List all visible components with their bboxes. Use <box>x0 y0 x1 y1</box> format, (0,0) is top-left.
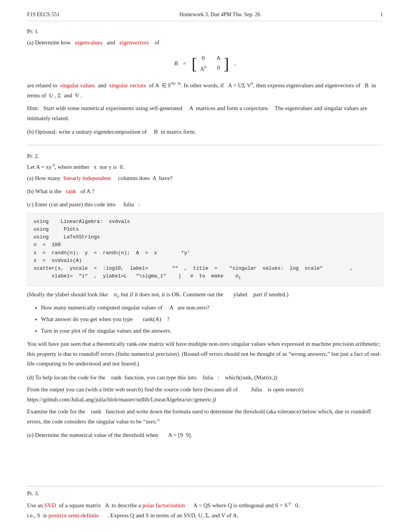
page: F19 EECS 551 Homework 3, Due 4PM Thu. Se… <box>0 0 410 532</box>
pr1-part-a: (a) Determine how eigenvalues and eigenv… <box>27 38 383 123</box>
eigenvectors-text: eigenvectors <box>120 39 149 46</box>
cell-10: A0 <box>198 64 208 73</box>
pr1-part-b: (b) Optional: write a unitary eigendecom… <box>27 127 383 136</box>
positive-semi-definite: positive semi-definite <box>48 512 98 518</box>
pr2-label: Pr. 2. <box>27 153 383 160</box>
code-line-6: s = svdvals(A) <box>34 257 376 265</box>
pr2-intro: Let A = xy 0, where neither x nor y is 0… <box>27 163 383 170</box>
code-line-2: using Plots <box>34 226 376 233</box>
problem-1: Pr. 1. (a) Determine how eigenvalues and… <box>27 28 383 136</box>
pr1-part-b-text: (b) Optional: write a unitary eigendecom… <box>27 127 383 136</box>
pr2-part-d-line1: (d) To help locate the code for the rank… <box>27 373 383 383</box>
pr2-part-e-text: (e) Determine the numerical value of the… <box>27 430 383 440</box>
singular-values: singular values <box>60 82 95 88</box>
page-header: F19 EECS 551 Homework 3, Due 4PM Thu. Se… <box>27 12 383 21</box>
pr3-label: Pr. 3. <box>27 490 383 497</box>
pr2-part-e: (e) Determine the numerical value of the… <box>27 430 383 440</box>
part-a-label: (a) Determine how <box>27 39 74 46</box>
pr1-hint: Hint: Start with some numerical experime… <box>27 104 383 123</box>
pr2-part-d-line2: From the output you can (with a little w… <box>27 385 383 405</box>
pr2-part-c: (c) Enter (cut and paste) this code into… <box>27 200 383 369</box>
problem-2: Pr. 2. Let A = xy 0, where neither x nor… <box>27 153 383 440</box>
cell-01: A <box>215 54 222 62</box>
of-text: of <box>150 39 159 46</box>
code-line-5: x = randn(n); y = randn(n); A = x *y’ <box>34 249 376 257</box>
matrix-B: B <box>174 60 178 67</box>
pr2-part-a: (a) How many linearly independent column… <box>27 173 383 183</box>
cell-11: 0 <box>215 64 222 73</box>
cell-00: 0 <box>198 54 208 62</box>
matrix-bracket: [ 0 A A0 0 ] <box>191 54 229 73</box>
matrix-comma: , <box>233 60 236 67</box>
matrix-eq-wrapper: B = [ 0 A A0 0 ] , <box>174 54 236 73</box>
header-right: 1 <box>380 12 383 18</box>
linearly-independent: linearly independent <box>63 175 111 181</box>
header-left: F19 EECS 551 <box>27 12 59 18</box>
code-line-8: xlabel= "i" , ylabel=L "\sigma_i" ) # to… <box>34 272 376 281</box>
divider-1 <box>27 145 383 145</box>
svd-text: SVD <box>44 502 56 508</box>
singular-vectors: singular vectors <box>109 82 146 88</box>
pr1-label: Pr. 1. <box>27 28 383 35</box>
pr3-line2: i.e., S is positive semi-definite . Expr… <box>27 511 383 521</box>
code-block: using LinearAlgebra: svdvals using Plots… <box>27 213 383 286</box>
code-line-3: using LaTeXStrings <box>34 233 376 241</box>
bullet-list: How many numerically computed singular v… <box>27 303 383 335</box>
matrix-grid: 0 A A0 0 <box>198 54 222 73</box>
pr1-related-line: are related to singular values and singu… <box>27 80 383 100</box>
code-line-7: scatter(s, yscale = :log10, label= "" , … <box>34 265 376 272</box>
pr3-intro: Use an SVD of a square matrix A to descr… <box>27 500 383 511</box>
pr2-part-a-text: (a) How many linearly independent column… <box>27 173 383 183</box>
pr3-section: Pr. 3. Use an SVD of a square matrix A t… <box>27 486 383 520</box>
and-text: and <box>104 39 118 46</box>
bullet-1: How many numerically computed singular v… <box>41 303 383 312</box>
pr2-part-b: (b) What is the rank of A ? <box>27 187 383 196</box>
bullet-2: What answer do you get when you type ran… <box>41 314 383 324</box>
pr2-part-d: (d) To help locate the code for the rank… <box>27 373 383 427</box>
pr2-part-b-text: (b) What is the rank of A ? <box>27 187 383 196</box>
rank-text: rank <box>66 188 76 194</box>
pr2-ideally: (Ideally the ylabel should look like σi,… <box>27 290 383 300</box>
code-line-1: using LinearAlgebra: svdvals <box>34 218 376 226</box>
pr2-part-c-intro: (c) Enter (cut and paste) this code into… <box>27 200 383 209</box>
header-center: Homework 3, Due 4PM Thu. Sep. 26 <box>180 12 260 18</box>
pr2-paragraph1: You will have just seen that a theoretic… <box>27 339 383 369</box>
eigenvalues-text: eigenvalues <box>75 39 103 46</box>
code-line-4: n = 100 <box>34 241 376 249</box>
bullet-3: Turn in your plot of the singular values… <box>41 326 383 335</box>
bracket-left: [ <box>191 56 197 72</box>
pr1-part-a-line1: (a) Determine how eigenvalues and eigenv… <box>27 38 383 47</box>
bracket-right: ] <box>224 56 229 72</box>
matrix-eq-sign: = <box>181 60 188 67</box>
polar-factorization: polar factorization <box>142 502 185 508</box>
matrix-equation: B = [ 0 A A0 0 ] , <box>27 54 383 73</box>
pr2-part-d-line3: Examine the code for the rank function a… <box>27 407 383 427</box>
